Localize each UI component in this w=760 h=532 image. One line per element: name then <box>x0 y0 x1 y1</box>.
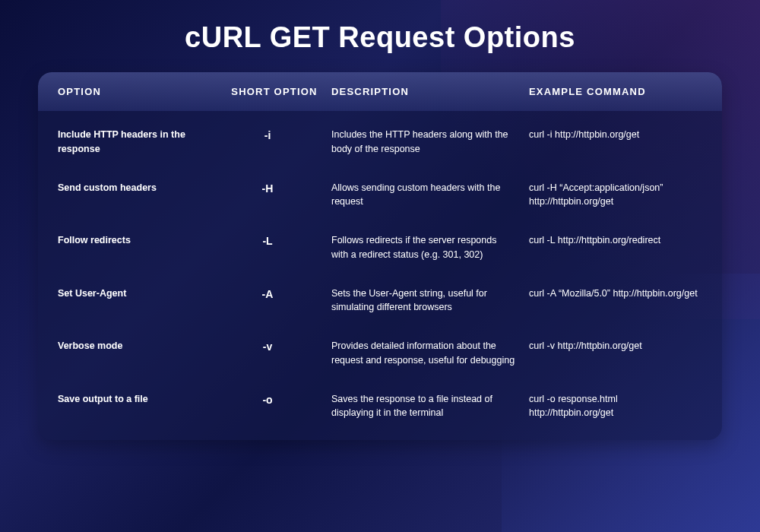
cell-description: Sets the User-Agent string, useful for s… <box>331 287 529 315</box>
column-header-example: EXAMPLE COMMAND <box>529 86 702 97</box>
options-table: OPTION SHORT OPTION DESCRIPTION EXAMPLE … <box>38 72 722 440</box>
column-header-short: SHORT OPTION <box>217 86 331 97</box>
cell-option: Verbose mode <box>58 339 217 353</box>
table-body: Include HTTP headers in the response -i … <box>38 111 722 440</box>
table-row: Send custom headers -H Allows sending cu… <box>38 169 722 222</box>
cell-description: Follows redirects if the server responds… <box>331 233 529 262</box>
cell-short-option: -A <box>217 287 331 302</box>
table-row: Set User-Agent -A Sets the User-Agent st… <box>38 274 722 328</box>
cell-example: curl -v http://httpbin.org/get <box>529 339 702 353</box>
cell-example: curl -H “Accept:application/json” http:/… <box>529 181 702 210</box>
page-title: cURL GET Request Options <box>38 21 722 54</box>
cell-example: curl -o response.html http://httpbin.org… <box>529 392 702 421</box>
cell-short-option: -i <box>217 128 331 144</box>
column-header-description: DESCRIPTION <box>331 86 529 97</box>
table-header-row: OPTION SHORT OPTION DESCRIPTION EXAMPLE … <box>38 72 722 111</box>
cell-option: Include HTTP headers in the response <box>58 128 217 157</box>
cell-short-option: -L <box>217 233 331 249</box>
cell-option: Set User-Agent <box>58 287 217 301</box>
cell-description: Allows sending custom headers with the r… <box>331 181 529 210</box>
cell-description: Includes the HTTP headers along with the… <box>331 128 529 157</box>
cell-short-option: -H <box>217 181 331 197</box>
table-row: Include HTTP headers in the response -i … <box>38 116 722 169</box>
cell-example: curl -i http://httpbin.org/get <box>529 128 702 142</box>
cell-description: Provides detailed information about the … <box>331 339 529 368</box>
cell-example: curl -L http://httpbin.org/redirect <box>529 233 702 248</box>
table-row: Save output to a file -o Saves the respo… <box>38 380 722 433</box>
cell-short-option: -v <box>217 339 331 355</box>
cell-description: Saves the response to a file instead of … <box>331 392 529 421</box>
cell-option: Follow redirects <box>58 233 217 248</box>
table-row: Verbose mode -v Provides detailed inform… <box>38 327 722 380</box>
table-row: Follow redirects -L Follows redirects if… <box>38 221 722 274</box>
cell-example: curl -A “Mozilla/5.0” http://httpbin.org… <box>529 287 702 301</box>
cell-option: Save output to a file <box>58 392 217 407</box>
cell-short-option: -o <box>217 392 331 408</box>
column-header-option: OPTION <box>58 86 217 97</box>
cell-option: Send custom headers <box>58 181 217 195</box>
